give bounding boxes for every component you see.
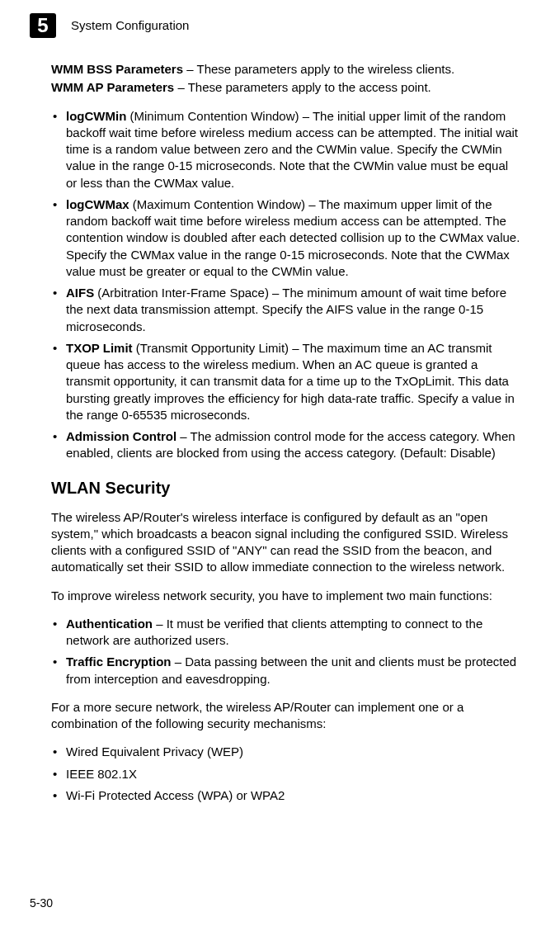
page-content: WMM BSS Parameters – These parameters ap… xyxy=(30,61,530,804)
list-item: Wi-Fi Protected Access (WPA) or WPA2 xyxy=(51,787,522,804)
param-desc: (Maximum Contention Window) – The maximu… xyxy=(66,197,520,278)
param-desc: (Minimum Contention Window) – The initia… xyxy=(66,109,518,190)
ap-desc: – These parameters apply to the access p… xyxy=(174,80,431,94)
param-term: logCWMax xyxy=(66,197,129,211)
section-heading-wlan-security: WLAN Security xyxy=(51,477,522,499)
param-desc: (Arbitration Inter-Frame Space) – The mi… xyxy=(66,286,506,333)
param-list: logCWMin (Minimum Contention Window) – T… xyxy=(51,108,522,462)
param-desc: (Transmit Opportunity Limit) – The maxim… xyxy=(66,341,515,422)
chapter-title: System Configuration xyxy=(71,17,189,34)
mech-item: Wi-Fi Protected Access (WPA) or WPA2 xyxy=(66,788,285,802)
list-item: AIFS (Arbitration Inter-Frame Space) – T… xyxy=(51,285,522,335)
ap-label: WMM AP Parameters xyxy=(51,80,174,94)
func-term: Authentication xyxy=(66,617,153,631)
list-item: logCWMax (Maximum Contention Window) – T… xyxy=(51,196,522,280)
func-term: Traffic Encryption xyxy=(66,655,172,669)
intro-block: WMM BSS Parameters – These parameters ap… xyxy=(51,61,522,97)
list-item: logCWMin (Minimum Contention Window) – T… xyxy=(51,108,522,191)
param-term: TXOP Limit xyxy=(66,341,133,355)
bss-label: WMM BSS Parameters xyxy=(51,62,183,76)
list-item: IEEE 802.1X xyxy=(51,766,522,782)
list-item: Traffic Encryption – Data passing betwee… xyxy=(51,654,522,688)
mech-item: IEEE 802.1X xyxy=(66,767,137,781)
mech-item: Wired Equivalent Privacy (WEP) xyxy=(66,744,243,759)
bss-desc: – These parameters apply to the wireless… xyxy=(183,62,454,76)
param-term: logCWMin xyxy=(66,109,126,123)
section-para1: The wireless AP/Router's wireless interf… xyxy=(51,509,522,576)
bss-param-line: WMM BSS Parameters – These parameters ap… xyxy=(51,61,522,78)
ap-param-line: WMM AP Parameters – These parameters app… xyxy=(51,79,522,96)
list-item: Authentication – It must be verified tha… xyxy=(51,616,522,650)
param-term: AIFS xyxy=(66,286,94,300)
page-number: 5-30 xyxy=(30,896,53,911)
list-item: Wired Equivalent Privacy (WEP) xyxy=(51,744,522,760)
param-term: Admission Control xyxy=(66,429,176,443)
section-para2: To improve wireless network security, yo… xyxy=(51,588,522,604)
after-func-para: For a more secure network, the wireless … xyxy=(51,699,522,733)
list-item: Admission Control – The admission contro… xyxy=(51,428,522,462)
list-item: TXOP Limit (Transmit Opportunity Limit) … xyxy=(51,340,522,423)
page-header: 5 System Configuration xyxy=(30,13,530,38)
mech-list: Wired Equivalent Privacy (WEP) IEEE 802.… xyxy=(51,744,522,804)
chapter-number-badge: 5 xyxy=(30,13,56,38)
func-list: Authentication – It must be verified tha… xyxy=(51,616,522,688)
